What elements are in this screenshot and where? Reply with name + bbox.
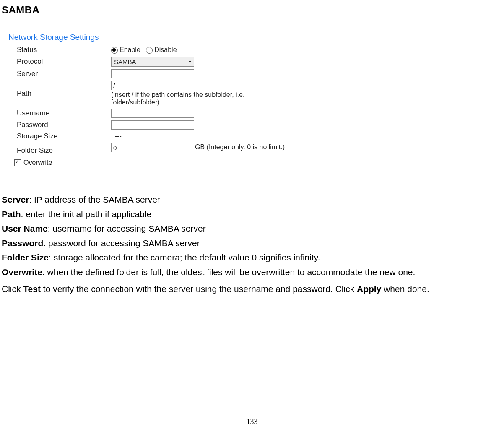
desc-path-key: Path <box>2 209 21 219</box>
path-input[interactable] <box>111 81 194 90</box>
username-input[interactable] <box>111 109 194 118</box>
password-label: Password <box>8 121 111 129</box>
row-status: Status Enable Disable <box>8 44 310 55</box>
folder-size-hint: GB (Integer only. 0 is no limit.) <box>195 143 285 151</box>
username-label: Username <box>8 109 111 117</box>
row-protocol: Protocol SAMBA ▾ <box>8 55 310 68</box>
protocol-select-value: SAMBA <box>114 58 136 65</box>
storage-size-label: Storage Size <box>8 132 111 141</box>
row-folder-size: Folder Size GB (Integer only. 0 is no li… <box>8 142 310 156</box>
chevron-down-icon: ▾ <box>189 59 191 65</box>
desc-final-post: when done. <box>381 284 429 294</box>
status-enable-text: Enable <box>120 46 140 53</box>
row-username: Username <box>8 107 310 119</box>
desc-path-txt: : enter the initial path if applicable <box>21 209 152 219</box>
desc-server-txt: : IP address of the SAMBA server <box>29 195 160 204</box>
desc-pass-key: Password <box>2 238 43 248</box>
description-block: Server: IP address of the SAMBA server P… <box>2 193 496 296</box>
desc-folder-txt: : storage allocated for the camera; the … <box>49 253 320 262</box>
protocol-label: Protocol <box>8 57 111 66</box>
status-disable-radio[interactable] <box>146 47 153 54</box>
panel-title: Network Storage Settings <box>8 33 310 42</box>
desc-over-key: Overwrite <box>2 267 42 277</box>
protocol-select[interactable]: SAMBA ▾ <box>111 57 194 67</box>
desc-final-mid: to verify the connection with the server… <box>41 284 357 294</box>
row-server: Server <box>8 68 310 80</box>
row-path: Path (insert / if the path contains the … <box>8 80 310 107</box>
desc-final-test: Test <box>23 284 41 294</box>
row-storage-size: Storage Size --- <box>8 131 310 142</box>
desc-over-txt: : when the defined folder is full, the o… <box>42 267 416 277</box>
desc-server-key: Server <box>2 195 29 204</box>
path-hint: (insert / if the path contains the subfo… <box>111 91 270 106</box>
desc-user-key: User Name <box>2 224 48 233</box>
desc-user-txt: : username for accessing SAMBA server <box>48 224 206 233</box>
page-heading: SAMBA <box>2 4 504 16</box>
desc-final-apply: Apply <box>357 284 381 294</box>
storage-size-value: --- <box>115 133 122 140</box>
page-number: 133 <box>0 417 504 426</box>
status-disable-text: Disable <box>154 46 177 53</box>
folder-size-label: Folder Size <box>8 143 111 155</box>
row-overwrite: Overwrite <box>8 158 310 168</box>
desc-folder-key: Folder Size <box>2 253 49 262</box>
network-storage-panel: Network Storage Settings Status Enable D… <box>8 33 310 168</box>
status-enable-radio[interactable] <box>111 47 118 54</box>
path-label: Path <box>8 81 111 98</box>
row-password: Password <box>8 119 310 131</box>
desc-final-pre: Click <box>2 284 23 294</box>
status-label: Status <box>8 46 111 54</box>
server-input[interactable] <box>111 69 194 78</box>
password-input[interactable] <box>111 120 194 130</box>
folder-size-input[interactable] <box>111 143 194 152</box>
overwrite-checkbox[interactable] <box>14 159 21 166</box>
desc-pass-txt: : password for accessing SAMBA server <box>43 238 200 248</box>
server-label: Server <box>8 70 111 78</box>
overwrite-label: Overwrite <box>23 159 52 167</box>
